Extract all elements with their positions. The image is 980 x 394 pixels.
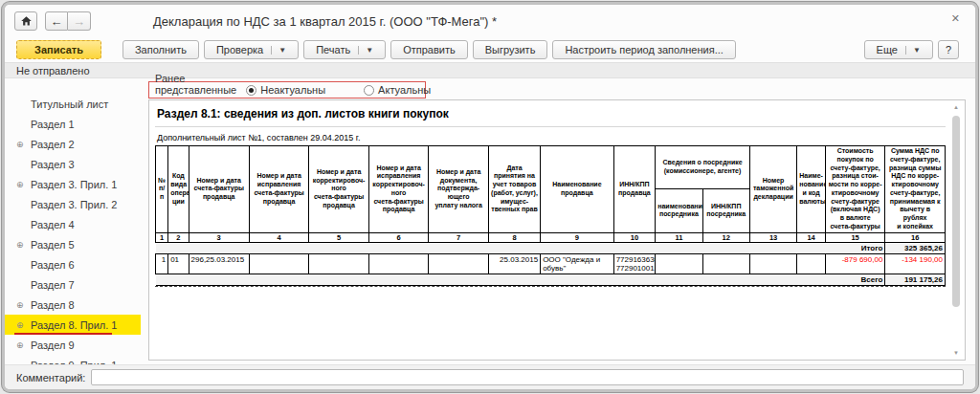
section-title: Раздел 8.1: сведения из доп. листов книг… — [155, 105, 946, 127]
col-header: ИНН/КПП посредника — [702, 189, 749, 232]
radio-option-irrelevant[interactable]: Неактуальны — [246, 84, 325, 96]
col-header: Код вида опера- ции — [168, 146, 189, 233]
spreadsheet-panel: Раздел 8.1: сведения из доп. листов книг… — [148, 99, 966, 361]
radio-option-relevant[interactable]: Актуальны — [364, 84, 431, 96]
sidebar-item-3[interactable]: ⊕Раздел 2 — [5, 134, 141, 154]
col-header: Номер и дата исправления корректировоч- … — [368, 146, 429, 233]
cell-op-code[interactable]: 01 — [168, 253, 189, 274]
sidebar-item-8[interactable]: ⊕Раздел 5 — [5, 234, 141, 254]
cell-invoice[interactable]: 296,25.03.2015 — [189, 253, 249, 274]
vsego-value: 191 175,26 — [885, 274, 946, 285]
sidebar-item-label: Раздел 5 — [31, 239, 75, 251]
sidebar-item-label: Раздел 1 — [31, 119, 75, 130]
scrollbar-thumb[interactable] — [952, 116, 960, 307]
cell-agent-inn-kpp[interactable] — [702, 253, 749, 274]
col-header: Наиме- нование и код валюты — [797, 146, 826, 233]
cell-currency[interactable] — [797, 253, 826, 274]
col-header: Номер и дата документа, подтвержда- ющег… — [429, 146, 489, 233]
expand-plus-icon[interactable]: ⊕ — [16, 180, 31, 189]
cell-adjustment-correction[interactable] — [368, 253, 429, 274]
sidebar-item-label: Раздел 8. Прил. 1 — [31, 319, 117, 331]
col-header: Дата принятия на учет товаров (работ, ус… — [488, 146, 540, 233]
cell-correction[interactable] — [249, 253, 309, 274]
scroll-up-icon[interactable]: ▲ — [950, 102, 962, 112]
sidebar-item-4[interactable]: Раздел 3 — [5, 154, 141, 174]
col-header: Номер и дата исправления счета-фактуры п… — [249, 146, 309, 233]
purchases-book-table: № п/п Код вида опера- ции Номер и дата с… — [155, 145, 946, 286]
table-row[interactable]: 1 01 296,25.03.2015 25.03.2015 ООО "Одеж… — [156, 253, 946, 274]
sidebar-item-6[interactable]: Раздел 3. Прил. 2 — [5, 194, 141, 214]
help-button[interactable]: ? — [938, 40, 959, 59]
radio-icon[interactable] — [246, 85, 256, 96]
sidebar-item-10[interactable]: Раздел 7 — [5, 274, 141, 295]
comment-bar: Комментарий: — [5, 364, 975, 389]
sidebar-item-label: Раздел 7 — [31, 279, 75, 291]
radio-option-label: Актуальны — [378, 84, 431, 96]
additional-sheet-caption: Дополнительный лист №1, составлен 29.04.… — [155, 127, 946, 145]
cell-seller-name[interactable]: ООО "Одежда и обувь" — [541, 253, 613, 274]
sidebar-item-label: Раздел 9 — [31, 339, 75, 351]
col-header: Номер и дата корректировоч- ного счета-ф… — [309, 146, 369, 233]
expand-plus-icon[interactable]: ⊕ — [16, 240, 31, 250]
col-header: Наименование продавца — [541, 146, 613, 233]
cell-adjustment[interactable] — [309, 253, 369, 274]
expand-plus-icon[interactable]: ⊕ — [16, 300, 31, 310]
radio-icon[interactable] — [364, 85, 374, 96]
export-button[interactable]: Выгрузить — [473, 40, 548, 59]
col-header: № п/п — [156, 146, 168, 233]
history-nav: ← → — [45, 11, 91, 31]
save-button[interactable]: Записать — [16, 40, 101, 59]
cell-accept-date[interactable]: 25.03.2015 — [488, 253, 540, 274]
content-area: Титульный листРаздел 1⊕Раздел 2Раздел 3⊕… — [5, 80, 975, 364]
fill-button[interactable]: Заполнить — [122, 40, 199, 59]
toolbar: Записать Заполнить Проверка ▼ Печать ▼ О… — [5, 37, 975, 62]
cell-cost[interactable]: -879 690,00 — [825, 253, 885, 274]
more-button[interactable]: Еще ▼ — [864, 40, 933, 59]
close-icon[interactable]: ✕ — [951, 12, 960, 25]
print-button[interactable]: Печать ▼ — [303, 40, 386, 59]
check-button[interactable]: Проверка ▼ — [204, 40, 299, 59]
comment-label: Комментарий: — [16, 372, 85, 383]
sidebar-item-12[interactable]: ⊕Раздел 8. Прил. 1 — [5, 315, 141, 335]
status-bar: Не отправлено — [5, 62, 975, 78]
col-header-group-agent: Сведения о посреднике (комиссионере, аге… — [656, 146, 750, 189]
sidebar-item-11[interactable]: ⊕Раздел 8 — [5, 295, 141, 315]
section-sidebar: Титульный листРаздел 1⊕Раздел 2Раздел 3⊕… — [5, 80, 141, 364]
status-text: Не отправлено — [16, 65, 90, 77]
sidebar-item-5[interactable]: ⊕Раздел 3. Прил. 1 — [5, 174, 141, 194]
sidebar-item-7[interactable]: Раздел 4 — [5, 214, 141, 234]
check-button-label: Проверка — [216, 44, 263, 55]
forward-button[interactable]: → — [68, 11, 91, 31]
scroll-down-icon[interactable]: ▼ — [950, 348, 962, 358]
expand-plus-icon[interactable]: ⊕ — [16, 320, 31, 330]
sidebar-item-13[interactable]: ⊕Раздел 9 — [5, 335, 141, 355]
cell-customs-decl[interactable] — [749, 253, 796, 274]
main-panel: Ранее представленные сведения: Неактуаль… — [141, 80, 975, 364]
send-button[interactable]: Отправить — [390, 40, 468, 59]
cell-vat[interactable]: -134 190,00 — [885, 253, 946, 274]
cell-row-number[interactable]: 1 — [156, 253, 168, 274]
chevron-down-icon[interactable]: ▼ — [905, 46, 921, 55]
col-header: Сумма НДС по счету-фактуре, разница сумм… — [885, 146, 946, 233]
previously-submitted-radio-group: Ранее представленные сведения: Неактуаль… — [148, 81, 426, 98]
back-button[interactable]: ← — [45, 11, 68, 31]
sidebar-item-9[interactable]: Раздел 6 — [5, 254, 141, 274]
chevron-down-icon[interactable]: ▼ — [271, 46, 286, 55]
expand-plus-icon[interactable]: ⊕ — [16, 140, 31, 149]
cell-seller-inn-kpp[interactable]: 7729163630/ 772901001 — [613, 253, 656, 274]
vertical-scrollbar[interactable]: ▲ ▼ — [950, 102, 962, 358]
chevron-down-icon[interactable]: ▼ — [358, 46, 373, 55]
cell-agent-name[interactable] — [656, 253, 702, 274]
itogo-value: 325 365,26 — [885, 242, 946, 253]
totals-row-itogo: Итого 325 365,26 — [156, 242, 946, 253]
configure-period-button[interactable]: Настроить период заполнения... — [552, 40, 735, 59]
comment-input[interactable] — [91, 369, 964, 385]
sidebar-item-1[interactable]: Титульный лист — [5, 94, 141, 114]
sidebar-item-label: Раздел 6 — [31, 259, 75, 271]
home-button[interactable] — [14, 11, 37, 31]
vsego-label: Всего — [156, 274, 885, 285]
col-header: Номер таможенной декларации — [749, 146, 796, 233]
cell-payment-doc[interactable] — [429, 253, 489, 274]
sidebar-item-2[interactable]: Раздел 1 — [5, 114, 141, 134]
expand-plus-icon[interactable]: ⊕ — [16, 340, 31, 350]
